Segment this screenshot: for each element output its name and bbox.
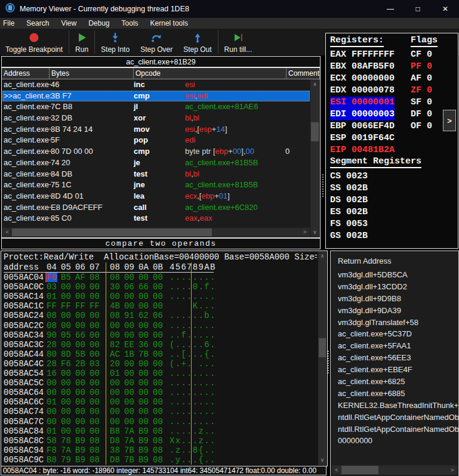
flag-row[interactable]: PF 0 xyxy=(411,61,432,73)
stack-item[interactable]: ntdll.RtlGetAppContainerNamedObje xyxy=(338,424,458,435)
hex-byte[interactable]: 00 xyxy=(153,273,167,282)
hex-byte[interactable]: 08 xyxy=(153,446,167,455)
flag-row[interactable]: SF 0 xyxy=(411,97,432,109)
hex-byte[interactable]: 01 xyxy=(47,426,61,436)
hex-byte[interactable]: 00 xyxy=(61,378,75,388)
hex-byte[interactable]: 00 xyxy=(153,340,167,350)
vertical-splitter-handle[interactable] xyxy=(322,174,324,197)
hex-row[interactable]: 0058AC0C0300000030066600....0.f. xyxy=(4,282,317,292)
scroll-left-arrow-icon[interactable]: < xyxy=(4,228,11,237)
hex-byte[interactable]: B9 xyxy=(138,455,153,465)
hex-byte[interactable]: B9 xyxy=(138,436,153,446)
hex-byte[interactable]: 00 xyxy=(138,388,153,397)
hex-byte[interactable]: 03 xyxy=(47,282,61,292)
flag-row[interactable]: DF 0 xyxy=(411,109,432,120)
hex-byte[interactable]: 00 xyxy=(75,282,90,292)
hex-byte[interactable]: 00 xyxy=(61,321,75,330)
disasm-row[interactable]: >>ac_client.ex3B F7cmpesi,edi xyxy=(2,91,310,102)
hex-byte[interactable]: 08 xyxy=(153,436,167,446)
hex-row[interactable]: 0058AC8C5878B908D87AB908Xx...z.. xyxy=(4,436,317,446)
hex-byte[interactable]: F8 xyxy=(47,446,61,455)
hex-byte[interactable]: B8 xyxy=(110,426,124,436)
stack-item[interactable]: ac_client.exe+56EE3 xyxy=(338,352,458,364)
register-row[interactable]: ECX 00000000 xyxy=(330,73,395,85)
hex-row[interactable]: 0058AC1CFFFFFFFF4B000000 K... xyxy=(4,301,317,311)
hex-byte[interactable]: 00 xyxy=(138,301,153,311)
hex-byte[interactable]: 00 xyxy=(124,321,138,330)
flag-row[interactable]: AF 0 xyxy=(411,73,432,85)
hex-byte[interactable]: 08 xyxy=(90,436,104,446)
register-row[interactable]: EBP 0066EF4D xyxy=(330,120,395,132)
menu-item-search[interactable]: Search xyxy=(20,19,55,27)
disasm-row[interactable]: ac_client.exe+84 DBtestbl,bl xyxy=(2,169,310,180)
column-header-comments[interactable]: Comments xyxy=(287,68,320,79)
stack-item[interactable]: ac_client.exe+EBE4F xyxy=(338,364,458,376)
selected-byte[interactable]: F0 xyxy=(45,273,57,282)
hex-byte[interactable]: 00 xyxy=(153,417,167,426)
column-header-opcode[interactable]: Opcode xyxy=(134,68,287,79)
hex-byte[interactable]: 00 xyxy=(47,417,61,426)
hex-byte[interactable]: 00 xyxy=(124,330,138,340)
hex-byte[interactable]: 00 xyxy=(75,426,90,436)
hex-byte[interactable]: 00 xyxy=(90,282,104,292)
minimize-button[interactable]: — xyxy=(377,0,404,18)
hex-byte[interactable]: 00 xyxy=(153,292,167,301)
toggle-breakpoint-button[interactable]: Toggle Breakpoint xyxy=(0,29,68,55)
hex-byte[interactable]: 08 xyxy=(90,455,104,465)
hex-byte[interactable]: 00 xyxy=(138,369,153,378)
scroll-right-arrow-icon[interactable]: > xyxy=(449,465,456,475)
hex-byte[interactable]: B8 xyxy=(47,455,61,465)
hex-byte[interactable]: 8D xyxy=(61,350,75,359)
hex-byte[interactable]: 00 xyxy=(153,369,167,378)
menu-item-debug[interactable]: Debug xyxy=(82,19,115,27)
hex-byte[interactable]: 00 xyxy=(124,359,138,369)
hex-byte[interactable]: 00 xyxy=(124,369,138,378)
disasm-row[interactable]: ac_client.exe+8D 4D 01leaecx,[ebp+01] xyxy=(2,191,310,202)
hex-byte[interactable]: 00 xyxy=(110,388,124,397)
disasm-row[interactable]: ac_client.exe+E8 D9ACFEFFcallac_client.e… xyxy=(2,202,310,214)
hex-byte[interactable]: 06 xyxy=(124,282,138,292)
hex-byte[interactable]: 00 xyxy=(138,407,153,416)
hex-byte[interactable]: 00 xyxy=(90,292,104,301)
hex-byte[interactable]: 00 xyxy=(90,321,104,330)
stack-item[interactable]: ac_client.exe+6885 xyxy=(338,388,458,400)
scrollbar-thumb[interactable] xyxy=(12,228,212,236)
hex-byte[interactable]: 00 xyxy=(138,292,153,301)
disasm-row[interactable]: ac_client.exe+85 C0testeax,eax xyxy=(2,213,310,224)
disasm-row[interactable]: ac_client.exe+7C B8jlac_client.exe+81AE6 xyxy=(2,101,310,113)
hex-byte[interactable]: 00 xyxy=(61,369,75,378)
hex-byte[interactable]: 00 xyxy=(90,397,104,407)
register-row[interactable]: EIP 00481B2A xyxy=(330,144,395,156)
hex-row[interactable]: 0058AC44808D5B00AC1B7B00..[...{. xyxy=(4,350,317,359)
hex-row[interactable]: 0058AC541600000001000000........ xyxy=(4,369,317,378)
current-address-box[interactable]: ac_client.exe+81B29 xyxy=(1,56,321,67)
register-row[interactable]: EBX 08AFB5F0 xyxy=(330,61,395,73)
hex-byte[interactable]: FF xyxy=(47,301,61,311)
hex-byte[interactable]: 16 xyxy=(47,369,61,378)
flag-row[interactable]: ZF 0 xyxy=(411,85,432,97)
disasm-row[interactable]: ac_client.exe+8B 74 24 14movesi,[esp+14] xyxy=(2,124,310,135)
hex-row[interactable]: 0058AC349005660000000000..f..... xyxy=(4,330,317,340)
hex-byte[interactable]: 00 xyxy=(90,426,104,436)
hex-byte[interactable]: B9 xyxy=(75,455,90,465)
disassembler-vertical-scrollbar[interactable]: ∧ ∨ xyxy=(310,79,319,237)
hex-byte[interactable]: 00 xyxy=(61,282,75,292)
scroll-right-arrow-icon[interactable]: > xyxy=(301,228,309,237)
scroll-down-arrow-icon[interactable]: ∨ xyxy=(310,228,319,236)
hex-byte[interactable]: 08 xyxy=(90,446,104,455)
hex-byte[interactable]: 28 xyxy=(47,340,61,350)
hexview-vertical-scrollbar[interactable]: ∧ ∨ xyxy=(318,252,326,465)
hex-row[interactable]: 0058AC7C0000000000000000........ xyxy=(4,417,317,426)
hex-byte[interactable]: 00 xyxy=(153,388,167,397)
hex-byte[interactable]: D8 xyxy=(110,455,124,465)
hex-byte[interactable]: 20 xyxy=(110,359,124,369)
hex-byte[interactable]: 38 xyxy=(110,446,124,455)
hex-byte[interactable]: 00 xyxy=(138,321,153,330)
stack-item[interactable]: vm3dgl.dll+9D9B8 xyxy=(338,293,458,305)
hex-byte[interactable]: 00 xyxy=(153,397,167,407)
hex-byte[interactable]: 00 xyxy=(110,330,124,340)
hex-byte[interactable]: 08 xyxy=(47,321,61,330)
hex-byte[interactable]: 00 xyxy=(124,417,138,426)
hex-byte[interactable]: 00 xyxy=(90,378,104,388)
hex-byte[interactable]: F0 xyxy=(47,273,61,282)
